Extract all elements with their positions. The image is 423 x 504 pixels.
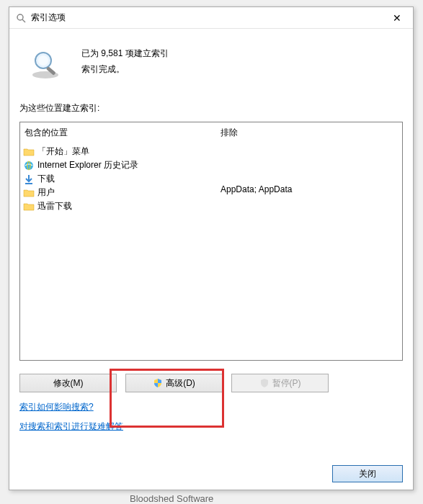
location-name: 用户 <box>37 186 55 199</box>
download-icon <box>23 174 35 185</box>
magnifier-icon <box>28 48 63 82</box>
ie-icon <box>23 160 35 171</box>
button-row: 修改(M) 高级(D) 暂停(P) <box>19 374 403 392</box>
location-name: 迅雷下载 <box>37 200 72 212</box>
excluded-item <box>219 197 399 210</box>
indexed-count: 已为 9,581 项建立索引 <box>81 46 169 62</box>
excluded-header: 排除 <box>219 127 399 139</box>
folder-icon <box>23 201 35 212</box>
included-column: 包含的位置 「开始」菜单Internet Explorer 历史记录下载用户迅雷… <box>20 122 216 360</box>
locations-box: 包含的位置 「开始」菜单Internet Explorer 历史记录下载用户迅雷… <box>19 122 403 361</box>
titlebar: 索引选项 ✕ <box>9 7 413 29</box>
location-name: Internet Explorer 历史记录 <box>37 159 138 171</box>
excluded-item <box>219 145 399 158</box>
location-name: 下载 <box>37 173 55 185</box>
close-icon: ✕ <box>393 12 401 24</box>
close-button[interactable]: ✕ <box>380 7 413 28</box>
footer: 关闭 <box>332 465 403 482</box>
folder-icon <box>23 146 35 158</box>
location-name: 「开始」菜单 <box>37 145 89 158</box>
status-text: 已为 9,581 项建立索引 索引完成。 <box>81 45 169 77</box>
advanced-button[interactable]: 高级(D) <box>125 374 223 392</box>
modify-label: 修改(M) <box>53 377 84 390</box>
locations-label: 为这些位置建立索引: <box>19 102 403 114</box>
index-complete: 索引完成。 <box>81 62 169 78</box>
excluded-column: 排除 AppData; AppData <box>216 122 402 360</box>
close-dialog-button[interactable]: 关闭 <box>332 465 403 482</box>
background-text: Bloodshed Software <box>130 493 213 504</box>
svg-line-1 <box>22 19 25 22</box>
location-item[interactable]: 迅雷下载 <box>23 199 213 213</box>
shield-icon <box>153 378 163 388</box>
location-item[interactable]: 用户 <box>23 186 213 199</box>
svg-point-0 <box>17 14 23 20</box>
excluded-item <box>219 158 399 171</box>
window-title: 索引选项 <box>31 12 380 24</box>
pause-button: 暂停(P) <box>231 374 329 392</box>
excluded-item <box>219 171 399 184</box>
modify-button[interactable]: 修改(M) <box>19 374 117 392</box>
excluded-item: AppData; AppData <box>219 184 399 197</box>
link-how-affects-search[interactable]: 索引如何影响搜索? <box>19 401 94 413</box>
location-item[interactable]: Internet Explorer 历史记录 <box>23 158 213 172</box>
folder-icon <box>23 187 35 199</box>
advanced-label: 高级(D) <box>166 377 195 390</box>
indexing-options-dialog: 索引选项 ✕ 已为 9,581 项建立索引 索引完成。 为这些位置建立索引: <box>9 6 414 490</box>
included-header: 包含的位置 <box>23 127 213 139</box>
dialog-content: 已为 9,581 项建立索引 索引完成。 为这些位置建立索引: 包含的位置 「开… <box>9 29 413 447</box>
pause-label: 暂停(P) <box>272 377 301 390</box>
shield-icon <box>259 378 270 388</box>
help-links: 索引如何影响搜索? 对搜索和索引进行疑难解答 <box>19 400 403 438</box>
link-troubleshoot[interactable]: 对搜索和索引进行疑难解答 <box>19 420 123 433</box>
close-label: 关闭 <box>359 468 376 480</box>
location-item[interactable]: 下载 <box>23 172 213 186</box>
app-icon <box>15 12 27 24</box>
location-item[interactable]: 「开始」菜单 <box>23 145 213 158</box>
status-area: 已为 9,581 项建立索引 索引完成。 <box>28 45 403 82</box>
svg-point-4 <box>38 55 48 66</box>
